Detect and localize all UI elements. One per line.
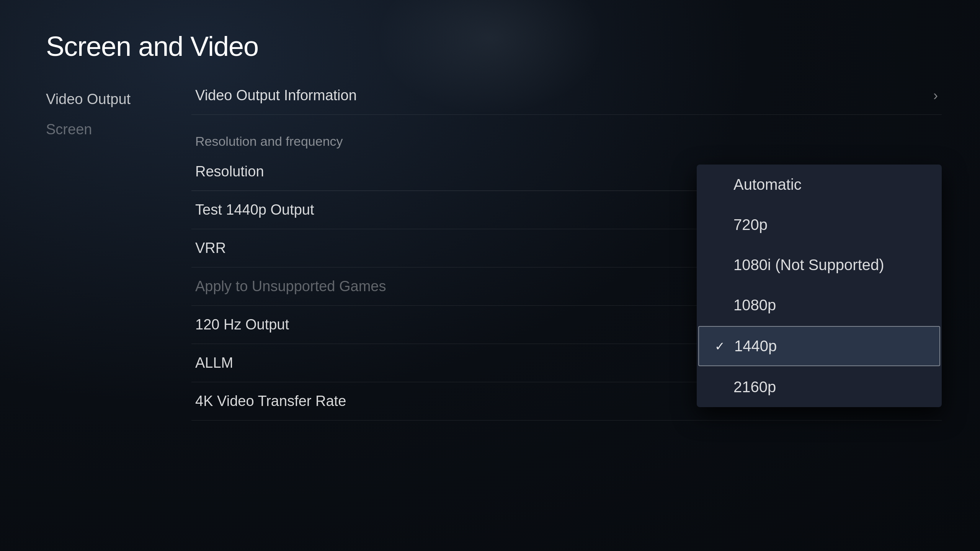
dropdown-item-1440p[interactable]: ✓ 1440p	[698, 326, 940, 366]
dropdown-item-1080i[interactable]: 1080i (Not Supported)	[697, 245, 942, 285]
120hz-label: 120 Hz Output	[195, 316, 289, 333]
sidebar: Video Output Screen	[46, 84, 184, 145]
dropdown-label-1440p: 1440p	[734, 337, 777, 355]
apply-unsupported-label: Apply to Unsupported Games	[195, 278, 386, 295]
video-output-information-arrow: ›	[933, 88, 938, 104]
sidebar-item-screen[interactable]: Screen	[46, 114, 184, 145]
menu-item-video-output-information[interactable]: Video Output Information ›	[191, 77, 942, 115]
section-header-resolution: Resolution and frequency	[191, 115, 942, 153]
vrr-label: VRR	[195, 240, 226, 256]
resolution-section-label: Resolution and frequency	[195, 134, 343, 149]
dropdown-label-automatic: Automatic	[733, 176, 802, 193]
dropdown-label-720p: 720p	[733, 216, 768, 233]
check-icon-1440p: ✓	[713, 339, 727, 354]
dropdown-label-1080p: 1080p	[733, 297, 776, 314]
video-output-information-label: Video Output Information	[195, 87, 357, 104]
page-title: Screen and Video	[46, 31, 258, 62]
allm-label: ALLM	[195, 355, 233, 371]
dropdown-item-1080p[interactable]: 1080p	[697, 285, 942, 325]
dropdown-label-1080i: 1080i (Not Supported)	[733, 256, 884, 274]
dropdown-item-automatic[interactable]: Automatic	[697, 165, 942, 205]
dropdown-item-720p[interactable]: 720p	[697, 205, 942, 245]
test-1440p-label: Test 1440p Output	[195, 202, 314, 218]
main-content: Video Output Information › Resolution an…	[191, 77, 942, 421]
dropdown-item-2160p[interactable]: 2160p	[697, 367, 942, 407]
resolution-label: Resolution	[195, 163, 264, 180]
resolution-dropdown: Automatic 720p 1080i (Not Supported) 108…	[697, 165, 942, 407]
sidebar-item-video-output[interactable]: Video Output	[46, 84, 184, 114]
dropdown-label-2160p: 2160p	[733, 378, 776, 396]
4k-video-transfer-label: 4K Video Transfer Rate	[195, 393, 346, 409]
